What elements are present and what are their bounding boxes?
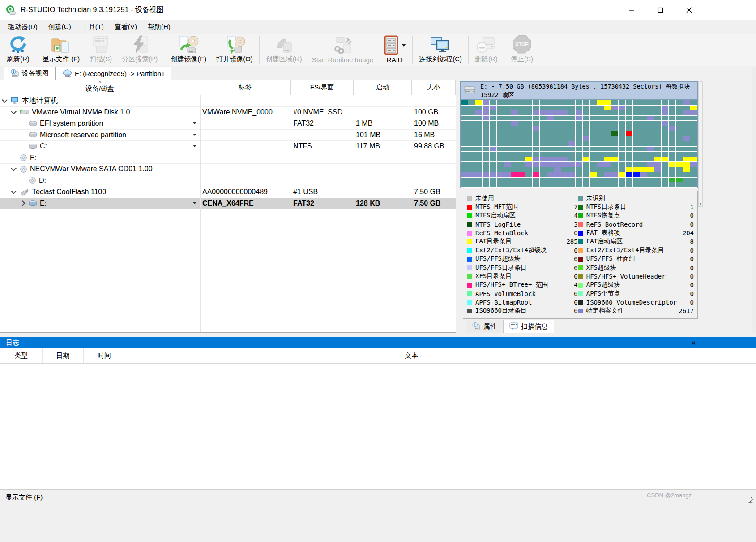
- toolbar-button-create-region[interactable]: 创建区域(R): [261, 34, 307, 66]
- block-cell: [611, 172, 618, 177]
- device-row-0[interactable]: 本地计算机: [0, 95, 456, 107]
- tab-recognized-partition[interactable]: Rec.E: (Recognized5) -> Partition1: [56, 67, 171, 80]
- maximize-button[interactable]: [646, 0, 675, 20]
- legend-item: 未识别: [578, 194, 694, 203]
- column-header-3[interactable]: 启动: [354, 80, 412, 95]
- block-cell: [611, 116, 618, 121]
- block-cell: [676, 152, 683, 157]
- expander-open-icon[interactable]: [11, 165, 17, 171]
- scan-tab-scan-info[interactable]: 扫描信息: [503, 320, 554, 333]
- expander-open-icon[interactable]: [11, 188, 17, 194]
- log-column-header-3[interactable]: 文本: [125, 348, 698, 363]
- device-row-3[interactable]: Microsoft reserved partition101 MB16 MB: [0, 130, 456, 141]
- column-header-2[interactable]: FS/界面: [291, 80, 354, 95]
- block-cell: [483, 116, 489, 121]
- block-cell: [540, 126, 547, 131]
- minimize-button[interactable]: [617, 0, 646, 20]
- tab-bar: i设备视图Rec.E: (Recognized5) -> Partition1: [0, 66, 756, 80]
- block-cell: [611, 157, 618, 162]
- column-header-4[interactable]: 大小: [412, 80, 456, 95]
- block-cell: [490, 126, 496, 131]
- log-column-header-0[interactable]: 类型: [0, 348, 43, 363]
- expander-closed-icon[interactable]: [20, 200, 26, 206]
- legend-label: UFS/FFS 柱面组: [586, 255, 677, 263]
- block-cell: [647, 136, 654, 141]
- block-cell: [461, 172, 468, 177]
- toolbar-button-delete[interactable]: 删除(R): [470, 34, 503, 66]
- legend-item: 特定档案文件2617: [578, 307, 694, 315]
- device-row-1[interactable]: VMware Virtual NVMe Disk 1.0VMWare NVME_…: [0, 107, 456, 119]
- legend-count: 204: [677, 229, 694, 237]
- device-row-6[interactable]: NECVMWar VMware SATA CD01 1.00: [0, 164, 456, 175]
- legend-swatch: [578, 283, 583, 288]
- cell-fs: [291, 152, 354, 164]
- row-dropdown-caret[interactable]: [193, 145, 196, 147]
- menu-item-2[interactable]: 工具(T): [77, 23, 109, 31]
- toolbar-button-stop[interactable]: STOP停止(S): [506, 34, 538, 66]
- toolbar-button-open-image[interactable]: 打开镜像(O): [211, 34, 258, 66]
- block-cell: [568, 172, 575, 177]
- block-cell: [683, 121, 690, 126]
- menu-item-1[interactable]: 创建(C): [43, 23, 77, 31]
- block-cell: [576, 106, 582, 110]
- device-row-9[interactable]: E:CENA_X64FREFAT32128 KB7.50 GB: [0, 198, 456, 210]
- scan-tab-properties[interactable]: i属性: [466, 320, 503, 333]
- block-cell: [583, 147, 589, 152]
- block-cell: [619, 110, 625, 115]
- block-cell: [518, 147, 525, 152]
- block-cell: [662, 116, 668, 121]
- column-header-1[interactable]: 标签: [200, 80, 291, 95]
- block-cell: [504, 172, 511, 177]
- tab-device-view[interactable]: i设备视图: [4, 67, 56, 80]
- block-cell: [604, 116, 611, 121]
- toolbar-button-create-image[interactable]: 创建镜像(E): [166, 34, 211, 66]
- block-cell: [497, 178, 504, 182]
- block-cell: [669, 141, 675, 146]
- device-row-2[interactable]: EFI system partitionFAT321 MB100 MB: [0, 118, 456, 130]
- block-cell: [547, 157, 554, 162]
- toolbar-button-start-runtime-image[interactable]: Start Runtime Image: [307, 34, 379, 66]
- block-cell: [576, 141, 582, 146]
- device-row-7[interactable]: D:: [0, 175, 456, 187]
- block-cell: [461, 121, 468, 126]
- scan-legend: 未使用NTFS MFT范围7NTFS启动扇区4NTFS LogFile3ReFS…: [463, 191, 698, 319]
- menu-item-4[interactable]: 帮助(H): [142, 23, 176, 31]
- column-header-0[interactable]: ^设备/磁盘: [0, 80, 200, 95]
- block-cell: [540, 178, 547, 182]
- row-dropdown-caret[interactable]: [193, 202, 196, 204]
- toolbar-button-raid[interactable]: RAID: [378, 34, 411, 66]
- block-cell: [475, 182, 482, 187]
- toolbar-button-scan[interactable]: 扫描(S): [85, 34, 117, 66]
- block-cell: [583, 121, 589, 126]
- log-close-button[interactable]: ×: [692, 339, 696, 347]
- menu-item-3[interactable]: 查看(V): [109, 23, 142, 31]
- scan-scrollbar[interactable]: [698, 81, 703, 207]
- raid-dropdown-caret[interactable]: [401, 44, 406, 47]
- block-cell: [611, 162, 618, 167]
- toolbar-button-connect-remote[interactable]: 连接到远程(C): [414, 34, 467, 66]
- device-row-8[interactable]: Teclast CoolFlash 1100AA00000000000489#1…: [0, 186, 456, 198]
- menu-item-0[interactable]: 驱动器(D): [3, 23, 43, 31]
- block-cell: [518, 141, 525, 146]
- expander-open-icon[interactable]: [11, 109, 17, 114]
- row-dropdown-caret[interactable]: [193, 122, 196, 124]
- device-row-4[interactable]: C:NTFS117 MB99.88 GB: [0, 141, 456, 152]
- log-column-header-2[interactable]: 时间: [84, 348, 125, 363]
- device-row-5[interactable]: F:: [0, 152, 456, 164]
- close-button[interactable]: [675, 0, 703, 20]
- right-splitter[interactable]: [752, 67, 756, 333]
- toolbar-button-label: RAID: [387, 56, 403, 64]
- log-column-header-1[interactable]: 日期: [43, 348, 84, 363]
- toolbar-button-refresh[interactable]: 刷新(R): [2, 34, 34, 66]
- block-cell: [604, 182, 611, 187]
- row-dropdown-caret[interactable]: [193, 134, 196, 136]
- toolbar-button-partition-search[interactable]: 分区搜索(P): [117, 34, 162, 66]
- block-cell: [626, 172, 632, 177]
- block-cell: [597, 178, 604, 182]
- block-cell: [669, 157, 675, 162]
- toolbar-button-show-files[interactable]: 显示文件 (F): [38, 34, 85, 66]
- block-cell: [490, 167, 496, 172]
- legend-swatch: [467, 239, 472, 244]
- scroll-down-arrow-icon[interactable]: [699, 203, 702, 205]
- expander-open-icon[interactable]: [2, 97, 8, 103]
